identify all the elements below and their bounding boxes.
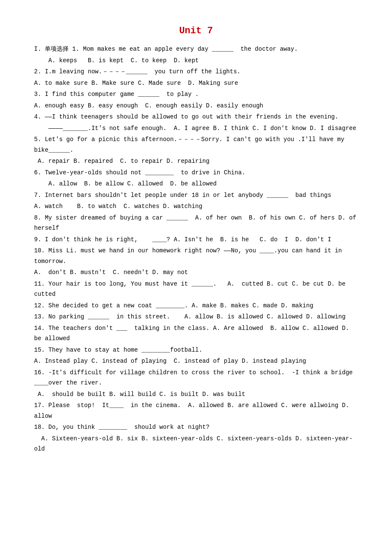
content-line-22: 15. They have to stay at home ________fo… bbox=[34, 345, 358, 356]
content-line-28: A. Sixteen-years-old B. six B. sixteen-y… bbox=[34, 434, 358, 454]
content-line-18: 11. Your hair is too long, You must have… bbox=[34, 279, 358, 300]
content-line-0: I. 单项选择 1. Mom makes me eat an apple eve… bbox=[34, 44, 358, 55]
content-line-21: 14. The teachers don't ___ talking in th… bbox=[34, 323, 358, 344]
content-line-3: A. to make sure B. Make sure C. Made sur… bbox=[34, 78, 358, 89]
content-line-11: A. allow B. be allow C. allowed D. be al… bbox=[34, 179, 358, 189]
content-line-26: 17. Please stop! It____ in the cinema. A… bbox=[34, 400, 358, 421]
content-line-27: 18. Do, you think ________ should work a… bbox=[34, 422, 358, 433]
content-line-1: A. keeps B. is kept C. to keep D. kept bbox=[34, 55, 358, 66]
content-line-2: 2. I.m leaving now.－－－－______ you turn o… bbox=[34, 66, 358, 77]
content-line-6: 4. ——I think teenagers should be allowed… bbox=[34, 112, 358, 122]
content-line-16: 10. Miss Li. must we hand in our homewor… bbox=[34, 246, 358, 266]
content-line-4: 3. I find this computer game ______ to p… bbox=[34, 89, 358, 100]
content-area: I. 单项选择 1. Mom makes me eat an apple eve… bbox=[34, 44, 358, 454]
content-line-7: ————_______.It's not safe enough. A. I a… bbox=[34, 123, 358, 134]
content-line-5: A. enough easy B. easy enough C. enough … bbox=[34, 101, 358, 111]
content-line-12: 7. Internet bars shouldn't let people un… bbox=[34, 190, 358, 201]
content-line-10: 6. Twelve-year-olds should not ________ … bbox=[34, 168, 358, 178]
content-line-19: 12. She decided to get a new coat ______… bbox=[34, 301, 358, 311]
content-line-8: 5. Let's go for a picnic this afternoon.… bbox=[34, 134, 358, 155]
content-line-17: A. don't B. mustn't C. needn't D. may no… bbox=[34, 267, 358, 278]
page-title: Unit 7 bbox=[34, 26, 358, 36]
content-line-23: A. Instead play C. instead of playing C.… bbox=[34, 356, 358, 367]
content-line-25: A. should be built B. will build C. is b… bbox=[34, 389, 358, 400]
content-line-9: A. repair B. repaired C. to repair D. re… bbox=[34, 156, 358, 167]
content-line-15: 9. I don't think he is right, ____? A. I… bbox=[34, 234, 358, 245]
content-line-24: 16. -It's difficult for village children… bbox=[34, 367, 358, 388]
content-line-13: A. watch B. to watch C. watches D. watch… bbox=[34, 201, 358, 212]
content-line-14: 8. My sister dreamed of buying a car ___… bbox=[34, 213, 358, 234]
content-line-20: 13. No parking ______ in this street. A.… bbox=[34, 312, 358, 322]
